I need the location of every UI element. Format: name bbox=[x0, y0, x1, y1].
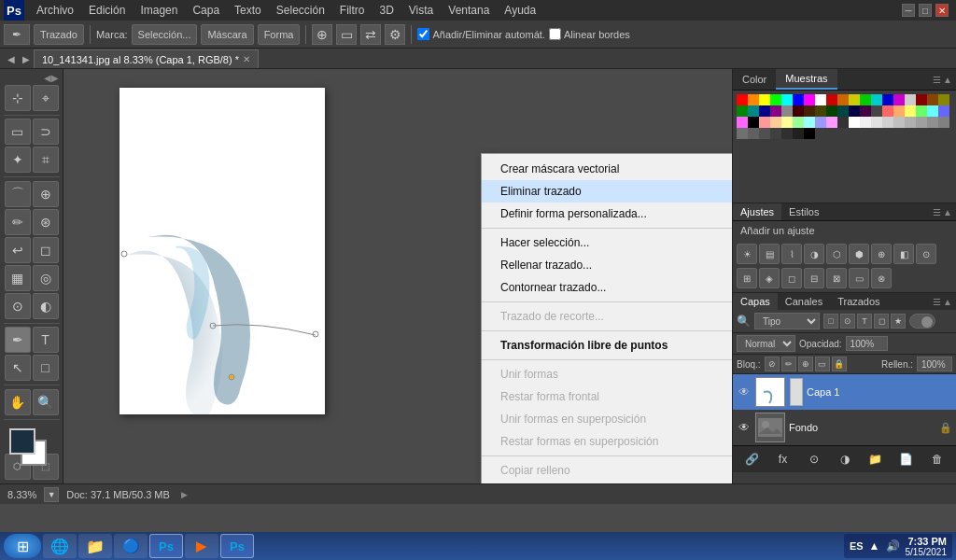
patch-tool[interactable]: ⊕ bbox=[33, 181, 59, 207]
swatch[interactable] bbox=[916, 94, 927, 105]
gradient-tool[interactable]: ▦ bbox=[5, 265, 31, 291]
adj-bw[interactable]: ◧ bbox=[893, 244, 914, 264]
auto-add-check[interactable]: Añadir/Eliminar automát. bbox=[417, 28, 544, 40]
menu-seleccion[interactable]: Selección bbox=[270, 2, 331, 19]
adj-colorbalance[interactable]: ⊕ bbox=[871, 244, 892, 264]
ctx-contornear-trazado[interactable]: Contornear trazado... bbox=[482, 276, 732, 299]
swatch[interactable] bbox=[826, 105, 837, 117]
taskbar-ps2[interactable]: Ps bbox=[220, 534, 254, 558]
swatch[interactable] bbox=[759, 128, 770, 139]
filter-smart[interactable]: ★ bbox=[891, 314, 906, 329]
tab-trazados[interactable]: Trazados bbox=[830, 293, 887, 310]
adj-invert[interactable]: ◻ bbox=[781, 268, 802, 288]
ctx-hacer-seleccion[interactable]: Hacer selección... bbox=[482, 231, 732, 254]
layer-vis-capa1[interactable]: 👁 bbox=[737, 385, 752, 399]
adj-collapse-btn[interactable]: ▲ bbox=[943, 207, 952, 217]
swatch[interactable] bbox=[770, 105, 781, 117]
swatch[interactable] bbox=[938, 117, 949, 128]
ctx-eliminar-trazado[interactable]: Eliminar trazado bbox=[482, 180, 732, 203]
mark-selector[interactable]: Selección... bbox=[132, 24, 198, 45]
swatch[interactable] bbox=[871, 105, 882, 117]
adj-exposure[interactable]: ◑ bbox=[804, 244, 824, 264]
menu-filtro[interactable]: Filtro bbox=[333, 2, 372, 19]
tools-collapse[interactable]: ◀▶ bbox=[44, 73, 59, 83]
taskbar-chrome[interactable]: 🔵 bbox=[114, 534, 148, 558]
swatch[interactable] bbox=[804, 105, 815, 117]
ctx-rellenar-trazado[interactable]: Rellenar trazado... bbox=[482, 254, 732, 276]
filter-pixel[interactable]: □ bbox=[823, 314, 838, 329]
swatch[interactable] bbox=[871, 94, 882, 105]
swatch[interactable] bbox=[860, 105, 871, 117]
layer-vis-fondo[interactable]: 👁 bbox=[737, 420, 752, 435]
swatch[interactable] bbox=[849, 94, 860, 105]
tab-color[interactable]: Color bbox=[733, 70, 776, 89]
swatch[interactable] bbox=[781, 94, 793, 105]
swatch[interactable] bbox=[781, 105, 793, 117]
ctx-crear-mascara[interactable]: Crear máscara vectorial bbox=[482, 158, 732, 180]
transform-btn[interactable]: ⊕ bbox=[312, 24, 332, 45]
swatch[interactable] bbox=[837, 117, 849, 128]
zoom-tool[interactable]: 🔍 bbox=[33, 389, 59, 415]
swatch[interactable] bbox=[916, 117, 927, 128]
swatch[interactable] bbox=[793, 94, 804, 105]
marquee-tool[interactable]: ▭ bbox=[5, 119, 31, 145]
menu-archivo[interactable]: Archivo bbox=[30, 2, 80, 19]
blur-tool[interactable]: ◎ bbox=[33, 265, 59, 291]
lock-brush[interactable]: ✏ bbox=[781, 357, 796, 371]
history-brush-tool[interactable]: ↩ bbox=[5, 237, 31, 263]
swatch[interactable] bbox=[882, 117, 893, 128]
taskbar-ie[interactable]: 🌐 bbox=[43, 534, 77, 558]
layer-item-fondo[interactable]: 👁 Fondo 🔒 bbox=[733, 410, 956, 445]
artboard-tool[interactable]: ⌖ bbox=[33, 85, 59, 111]
swatch[interactable] bbox=[927, 94, 938, 105]
lock-artboard[interactable]: ▭ bbox=[815, 357, 830, 371]
swatch[interactable] bbox=[770, 94, 781, 105]
swatch[interactable] bbox=[893, 94, 905, 105]
swatch[interactable] bbox=[893, 117, 905, 128]
swatch[interactable] bbox=[882, 105, 893, 117]
swatch[interactable] bbox=[781, 128, 793, 139]
swatch[interactable] bbox=[837, 105, 849, 117]
move-tool[interactable]: ⊹ bbox=[5, 85, 31, 111]
menu-texto[interactable]: Texto bbox=[228, 2, 268, 19]
shape-tool[interactable]: □ bbox=[33, 355, 59, 381]
auto-add-checkbox[interactable] bbox=[417, 28, 429, 40]
taskbar-explorer[interactable]: 📁 bbox=[78, 534, 112, 558]
swatch[interactable] bbox=[938, 94, 949, 105]
eyedropper-tool[interactable]: ⌒ bbox=[5, 181, 31, 207]
menu-ventana[interactable]: Ventana bbox=[442, 2, 496, 19]
swatch[interactable] bbox=[849, 117, 860, 128]
tab-scroll-left[interactable]: ◀ bbox=[4, 49, 19, 68]
swatch[interactable] bbox=[759, 117, 770, 128]
eraser-tool[interactable]: ◻ bbox=[33, 237, 59, 263]
adj-posterize[interactable]: ⊟ bbox=[804, 268, 824, 288]
swatch[interactable] bbox=[815, 105, 826, 117]
adj-curves[interactable]: ⌇ bbox=[781, 244, 802, 264]
panel-menu-btn[interactable]: ☰ bbox=[933, 75, 941, 85]
swatch[interactable] bbox=[871, 117, 882, 128]
tab-capas[interactable]: Capas bbox=[733, 293, 778, 310]
swatch[interactable] bbox=[815, 117, 826, 128]
lock-position[interactable]: ⊕ bbox=[798, 357, 813, 371]
adj-levels[interactable]: ▤ bbox=[759, 244, 780, 264]
tab-canales[interactable]: Canales bbox=[778, 293, 830, 310]
swatch[interactable] bbox=[804, 128, 815, 139]
swatch[interactable] bbox=[882, 94, 893, 105]
swatch[interactable] bbox=[759, 105, 770, 117]
swatch[interactable] bbox=[804, 94, 815, 105]
swatch[interactable] bbox=[737, 117, 748, 128]
adj-channel-mixer[interactable]: ⊞ bbox=[737, 268, 757, 288]
brush-tool[interactable]: ✏ bbox=[5, 209, 31, 235]
menu-3d[interactable]: 3D bbox=[373, 2, 400, 19]
swatch[interactable] bbox=[793, 105, 804, 117]
adj-threshold[interactable]: ⊠ bbox=[826, 268, 847, 288]
filter-adj[interactable]: ⊙ bbox=[840, 314, 855, 329]
menu-imagen[interactable]: Imagen bbox=[134, 2, 184, 19]
restore-btn[interactable]: □ bbox=[919, 4, 932, 17]
swatch[interactable] bbox=[748, 128, 759, 139]
swatch[interactable] bbox=[938, 105, 949, 117]
clone-tool[interactable]: ⊛ bbox=[33, 209, 59, 235]
foreground-color-swatch[interactable] bbox=[9, 428, 35, 455]
swatch[interactable] bbox=[748, 94, 759, 105]
swatch[interactable] bbox=[815, 94, 826, 105]
